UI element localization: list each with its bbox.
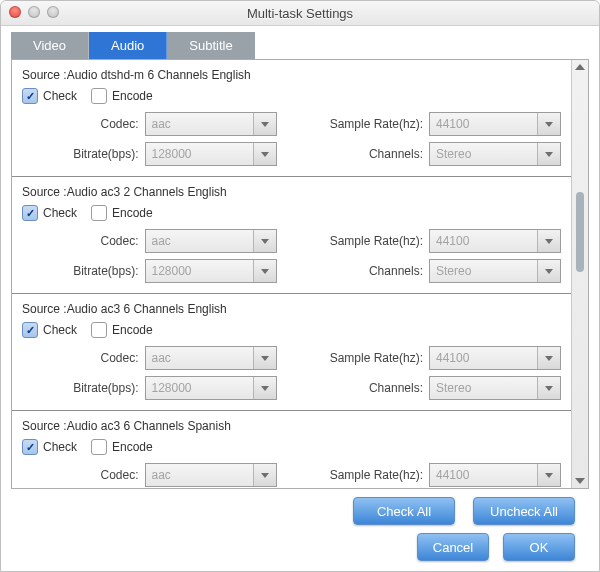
titlebar: Multi-task Settings [1,1,599,26]
scroll-down-icon[interactable] [575,478,585,484]
tab-audio[interactable]: Audio [89,32,167,59]
codec-label: Codec: [100,351,138,365]
chevron-down-icon[interactable] [253,347,276,369]
bitrate-label: Bitrate(bps): [73,381,138,395]
chevron-down-icon[interactable] [537,464,560,486]
check-field: Check [22,88,77,104]
sample-rate-label: Sample Rate(hz): [330,234,423,248]
tabs: Video Audio Subtitle [11,32,589,59]
chevron-down-icon[interactable] [253,143,276,165]
sample-rate-combo[interactable]: 44100 [429,112,561,136]
channels-label: Channels: [369,264,423,278]
channels-combo[interactable]: Stereo [429,259,561,283]
channels-label: Channels: [369,147,423,161]
track-source: Source :Audio dtshd-m 6 Channels English [22,68,561,82]
codec-label: Codec: [100,468,138,482]
codec-combo-value: aac [146,351,253,365]
chevron-down-icon[interactable] [537,377,560,399]
channels-label: Channels: [369,381,423,395]
encode-field: Encode [91,439,153,455]
check-checkbox[interactable] [22,439,38,455]
list-buttons: Check All Uncheck All [11,489,589,529]
codec-combo-value: aac [146,117,253,131]
track-row: Source :Audio ac3 6 Channels SpanishChec… [12,411,571,488]
ok-button[interactable]: OK [503,533,575,561]
chevron-down-icon[interactable] [537,260,560,282]
channels-combo-value: Stereo [430,147,537,161]
tab-video[interactable]: Video [11,32,89,59]
maximize-icon[interactable] [47,6,59,18]
scrollbar[interactable] [571,60,588,488]
codec-combo[interactable]: aac [145,112,277,136]
close-icon[interactable] [9,6,21,18]
tab-subtitle[interactable]: Subtitle [167,32,254,59]
scroll-up-icon[interactable] [575,64,585,70]
chevron-down-icon[interactable] [253,464,276,486]
encode-checkbox[interactable] [91,439,107,455]
bitrate-field: Bitrate(bps):128000 [22,376,277,400]
sample-rate-combo[interactable]: 44100 [429,229,561,253]
track-row: Source :Audio ac3 6 Channels EnglishChec… [12,294,571,411]
track-checks: CheckEncode [22,322,561,338]
track-fields: Codec:aacSample Rate(hz):44100Bitrate(bp… [22,112,561,166]
chevron-down-icon[interactable] [537,143,560,165]
sample-rate-combo[interactable]: 44100 [429,346,561,370]
chevron-down-icon[interactable] [537,230,560,252]
bitrate-combo[interactable]: 128000 [145,142,277,166]
check-field: Check [22,205,77,221]
chevron-down-icon[interactable] [537,347,560,369]
window-title: Multi-task Settings [1,6,599,21]
sample-rate-label: Sample Rate(hz): [330,117,423,131]
bitrate-field: Bitrate(bps):128000 [22,259,277,283]
codec-combo[interactable]: aac [145,346,277,370]
track-list: Source :Audio dtshd-m 6 Channels English… [12,60,571,488]
encode-checkbox[interactable] [91,88,107,104]
track-fields: Codec:aacSample Rate(hz):44100Bitrate(bp… [22,346,561,400]
minimize-icon[interactable] [28,6,40,18]
sample-rate-label: Sample Rate(hz): [330,351,423,365]
check-label: Check [43,440,77,454]
chevron-down-icon[interactable] [253,260,276,282]
track-checks: CheckEncode [22,205,561,221]
check-checkbox[interactable] [22,88,38,104]
track-source: Source :Audio ac3 2 Channels English [22,185,561,199]
chevron-down-icon[interactable] [537,113,560,135]
encode-label: Encode [112,323,153,337]
encode-field: Encode [91,205,153,221]
chevron-down-icon[interactable] [253,377,276,399]
sample-rate-combo[interactable]: 44100 [429,463,561,487]
codec-combo[interactable]: aac [145,229,277,253]
scroll-track[interactable] [572,74,588,474]
chevron-down-icon[interactable] [253,230,276,252]
codec-field: Codec:aac [22,463,277,487]
bitrate-combo-value: 128000 [146,264,253,278]
codec-field: Codec:aac [22,229,277,253]
codec-field: Codec:aac [22,112,277,136]
track-row: Source :Audio ac3 2 Channels EnglishChec… [12,177,571,294]
check-label: Check [43,206,77,220]
cancel-button[interactable]: Cancel [417,533,489,561]
encode-checkbox[interactable] [91,205,107,221]
sample-rate-combo-value: 44100 [430,351,537,365]
codec-combo[interactable]: aac [145,463,277,487]
channels-combo-value: Stereo [430,381,537,395]
encode-checkbox[interactable] [91,322,107,338]
check-checkbox[interactable] [22,205,38,221]
track-checks: CheckEncode [22,88,561,104]
scroll-thumb[interactable] [576,192,584,272]
track-list-wrap: Source :Audio dtshd-m 6 Channels English… [11,59,589,489]
sample-rate-field: Sample Rate(hz):44100 [307,112,562,136]
track-source: Source :Audio ac3 6 Channels English [22,302,561,316]
check-checkbox[interactable] [22,322,38,338]
bitrate-combo[interactable]: 128000 [145,259,277,283]
track-source: Source :Audio ac3 6 Channels Spanish [22,419,561,433]
codec-field: Codec:aac [22,346,277,370]
channels-field: Channels:Stereo [307,259,562,283]
channels-combo[interactable]: Stereo [429,142,561,166]
channels-combo[interactable]: Stereo [429,376,561,400]
bitrate-combo[interactable]: 128000 [145,376,277,400]
chevron-down-icon[interactable] [253,113,276,135]
codec-combo-value: aac [146,234,253,248]
uncheck-all-button[interactable]: Uncheck All [473,497,575,525]
check-all-button[interactable]: Check All [353,497,455,525]
